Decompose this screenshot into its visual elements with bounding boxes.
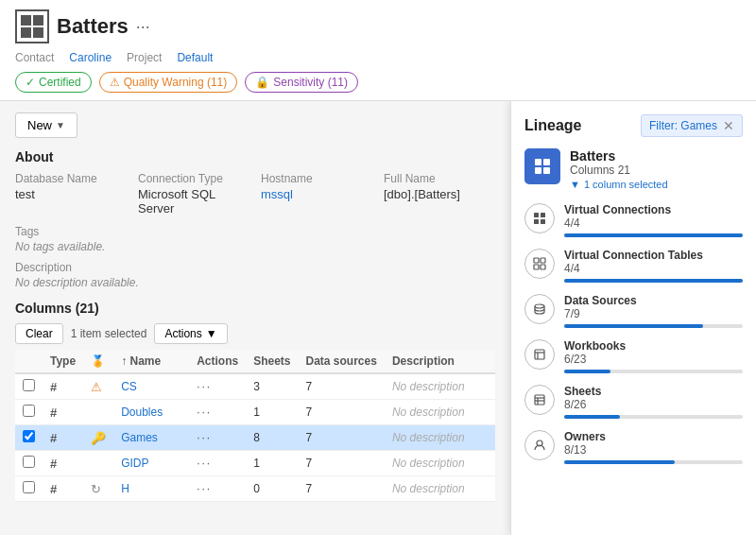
lineage-item-title: Workbooks (564, 339, 743, 353)
row-checkbox[interactable] (15, 476, 43, 502)
row-sheets: 0 (246, 476, 298, 502)
lineage-item-content: Owners 8/13 (564, 430, 743, 464)
certified-badge-label: Certified (39, 76, 81, 89)
row-actions-menu[interactable]: ··· (189, 400, 246, 425)
svg-rect-5 (541, 213, 545, 217)
lineage-filter-info: ▼ 1 column selected (570, 179, 668, 190)
contact-value[interactable]: Caroline (69, 51, 112, 64)
svg-rect-3 (543, 167, 550, 174)
connection-type-field: Connection Type Microsoft SQL Server (138, 172, 249, 216)
row-cert-icon: ⚠ (83, 373, 113, 400)
lineage-panel: Lineage Filter: Games ✕ Batters (510, 101, 756, 535)
row-actions-menu[interactable]: ··· (189, 476, 246, 502)
table-row[interactable]: # GIDP ··· 1 7 No description (15, 451, 495, 476)
lineage-item-content: Workbooks 6/23 (564, 339, 743, 373)
row-sheets: 1 (246, 400, 298, 425)
close-icon[interactable]: ✕ (723, 118, 734, 133)
col-header-cert: 🏅 (83, 350, 113, 373)
tags-value: No tags available. (15, 240, 495, 253)
columns-table: Type 🏅 ↑ Name Actions Sheets Data source… (15, 350, 495, 502)
row-name[interactable]: Games (113, 425, 189, 451)
lineage-item-sheets[interactable]: Sheets 8/26 (524, 385, 743, 419)
row-checkbox[interactable] (15, 373, 43, 400)
lineage-item-title: Data Sources (564, 294, 743, 307)
row-description: No description (385, 425, 495, 451)
row-actions-menu[interactable]: ··· (189, 451, 246, 476)
col-header-checkbox (15, 350, 43, 373)
table-header-row: Type 🏅 ↑ Name Actions Sheets Data source… (15, 350, 495, 373)
new-button[interactable]: New ▼ (15, 112, 77, 138)
quality-icon: ⚠ (110, 76, 120, 89)
row-sheets: 1 (246, 451, 298, 476)
lineage-items: Virtual Connections 4/4 Virtual Connecti… (524, 203, 743, 464)
progress-fill (564, 370, 610, 373)
content-area: New ▼ About Database Name test Connectio… (0, 101, 756, 535)
row-description: No description (385, 400, 495, 425)
row-name[interactable]: H (113, 476, 189, 502)
actions-button[interactable]: Actions ▼ (154, 323, 227, 344)
svg-rect-4 (534, 213, 539, 217)
table-row[interactable]: # Doubles ··· 1 7 No description (15, 400, 495, 425)
lineage-item-count: 8/13 (564, 443, 743, 457)
col-header-description: Description (385, 350, 495, 373)
quality-warning-badge[interactable]: ⚠ Quality Warning (11) (99, 72, 238, 93)
progress-bar (564, 233, 743, 237)
page-title: Batters (57, 14, 129, 39)
certified-badge[interactable]: ✓ Certified (15, 72, 92, 93)
clear-button[interactable]: Clear (15, 323, 63, 344)
svg-rect-11 (541, 265, 545, 269)
filter-badge[interactable]: Filter: Games ✕ (641, 114, 743, 137)
lineage-main-item[interactable]: Batters Columns 21 ▼ 1 column selected (524, 148, 743, 190)
lineage-item-icon (524, 385, 555, 415)
lineage-columns-count: Columns 21 (570, 164, 668, 177)
lineage-item-content: Virtual Connection Tables 4/4 (564, 249, 743, 283)
svg-rect-9 (541, 258, 545, 263)
more-options-icon[interactable]: ··· (136, 17, 150, 37)
row-cert-icon (83, 451, 113, 476)
row-checkbox[interactable] (15, 425, 43, 451)
lineage-item-virtual-connections[interactable]: Virtual Connections 4/4 (524, 203, 743, 237)
col-header-name[interactable]: ↑ Name (113, 350, 189, 373)
description-section: Description No description available. (15, 261, 495, 289)
table-row[interactable]: # ⚠ CS ··· 3 7 No description (15, 373, 495, 400)
row-type: # (43, 425, 83, 451)
db-name-field: Database Name test (15, 172, 127, 216)
row-description: No description (385, 476, 495, 502)
table-row[interactable]: # 🔑 Games ··· 8 7 No description (15, 425, 495, 451)
row-checkbox[interactable] (15, 451, 43, 476)
header-top: Batters ··· (15, 9, 741, 51)
row-checkbox[interactable] (15, 400, 43, 425)
cert-check-icon: ✓ (26, 76, 35, 89)
lineage-item-title: Virtual Connection Tables (564, 249, 743, 262)
lineage-item-workbooks[interactable]: Workbooks 6/23 (524, 339, 743, 373)
row-name[interactable]: GIDP (113, 451, 189, 476)
row-name[interactable]: CS (113, 373, 189, 400)
row-datasources: 7 (299, 425, 385, 451)
sensitivity-icon: 🔒 (255, 76, 269, 89)
lineage-item-icon (524, 203, 555, 233)
lineage-item-data-sources[interactable]: Data Sources 7/9 (524, 294, 743, 328)
row-actions-menu[interactable]: ··· (189, 373, 246, 400)
svg-rect-10 (534, 265, 539, 269)
row-sheets: 3 (246, 373, 298, 400)
col-header-sheets: Sheets (246, 350, 298, 373)
sensitivity-badge[interactable]: 🔒 Sensitivity (11) (245, 72, 358, 93)
about-section-title: About (15, 149, 495, 164)
svg-rect-2 (535, 167, 541, 174)
row-actions-menu[interactable]: ··· (189, 425, 246, 451)
columns-header: Columns (21) (15, 301, 495, 316)
row-cert-icon: ↻ (83, 476, 113, 502)
lineage-item-count: 4/4 (564, 262, 743, 275)
contact-label: Contact (15, 51, 54, 64)
table-row[interactable]: # ↻ H ··· 0 7 No description (15, 476, 495, 502)
progress-fill (564, 460, 675, 464)
lineage-item-owners[interactable]: Owners 8/13 (524, 430, 743, 464)
lineage-item-virtual-connection-tables[interactable]: Virtual Connection Tables 4/4 (524, 249, 743, 283)
desc-value: No description available. (15, 276, 495, 289)
lineage-item-icon (524, 294, 555, 324)
project-value[interactable]: Default (177, 51, 213, 64)
progress-bar (564, 370, 743, 373)
progress-bar (564, 324, 743, 328)
row-name[interactable]: Doubles (113, 400, 189, 425)
key-icon: 🔑 (91, 431, 106, 445)
